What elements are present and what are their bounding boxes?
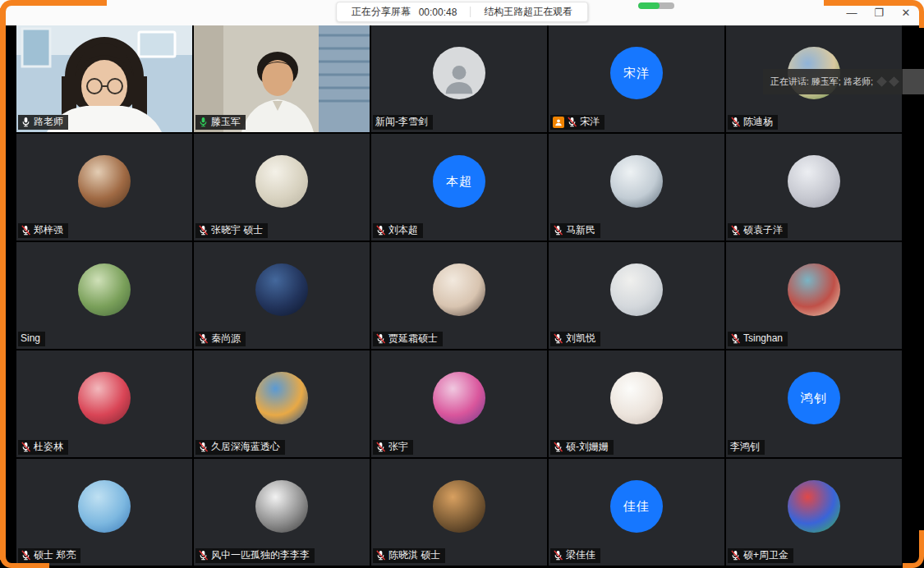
participant-name-label: 新闻-李雪剑	[373, 115, 433, 130]
participant-name-label: 宋洋	[550, 115, 605, 130]
participant-tile[interactable]: 马新民	[549, 134, 724, 240]
participant-avatar	[255, 480, 308, 533]
mic-icon	[198, 225, 209, 236]
mic-icon	[21, 550, 31, 561]
participant-name: Sing	[21, 332, 40, 345]
participant-tile[interactable]: 硕-刘姗姗	[549, 350, 724, 457]
speaking-toast-cap	[903, 69, 924, 94]
participant-avatar	[433, 47, 485, 99]
participant-avatar	[78, 372, 131, 424]
mic-icon	[198, 550, 209, 561]
mic-icon	[375, 442, 386, 452]
participant-tile[interactable]: 路老师	[16, 25, 192, 132]
mic-icon	[730, 333, 741, 344]
participant-avatar	[788, 155, 840, 208]
close-button[interactable]: ✕	[899, 7, 913, 18]
mic-icon	[198, 442, 209, 452]
participant-name-label: 陈晓淇 硕士	[373, 548, 445, 563]
participant-name-label: 李鸿钊	[728, 440, 765, 455]
mic-icon	[375, 550, 386, 561]
participant-avatar	[255, 155, 308, 208]
participant-avatar	[788, 263, 840, 316]
participant-name-label: 硕-刘姗姗	[550, 440, 614, 455]
participant-tile[interactable]: 贾延霜硕士	[371, 242, 547, 349]
minimize-button[interactable]: —	[845, 7, 858, 18]
participant-name: 滕玉军	[211, 116, 241, 128]
participant-tile[interactable]: 张晓宇 硕士	[194, 134, 370, 240]
participant-name: 梁佳佳	[566, 549, 595, 561]
toolbar-divider	[470, 7, 471, 17]
participant-name-label: Tsinghan	[728, 332, 788, 346]
participant-tile[interactable]: 硕+周卫金	[726, 459, 902, 566]
mic-icon	[730, 117, 741, 127]
participant-name: 宋洋	[580, 116, 600, 128]
green-progress-toggle[interactable]	[638, 2, 674, 9]
participant-name-label: 贾延霜硕士	[373, 332, 443, 346]
participant-tile[interactable]: 新闻-李雪剑	[371, 25, 547, 132]
toast-diamond-icon	[876, 76, 887, 87]
participant-avatar	[788, 480, 840, 533]
participant-tile[interactable]: 硕士 郑亮	[16, 459, 192, 566]
participant-name: 秦尚源	[211, 332, 241, 345]
participant-tile[interactable]: 硕袁子洋	[726, 134, 902, 240]
participant-name-label: 硕袁子洋	[728, 223, 788, 238]
mic-icon	[730, 225, 741, 236]
participant-name-label: 滕玉军	[195, 115, 246, 130]
participant-name: 新闻-李雪剑	[375, 116, 428, 128]
participant-tile[interactable]: 陈晓淇 硕士	[371, 459, 547, 566]
participant-name-label: 风中一匹孤独的李李李	[195, 548, 315, 563]
participant-avatar: 佳佳	[610, 480, 663, 533]
participant-tile[interactable]: 杜姿林	[16, 350, 192, 457]
participant-avatar	[610, 372, 663, 424]
participant-tile[interactable]: 风中一匹孤独的李李李	[194, 459, 370, 566]
mic-icon	[198, 117, 209, 127]
sharing-status-label: 正在分享屏幕	[352, 5, 411, 19]
participant-avatar	[255, 263, 308, 316]
participant-name: 张晓宇 硕士	[211, 224, 263, 236]
mic-icon	[198, 333, 209, 344]
participant-avatar	[610, 263, 663, 316]
viewer-status-label: 结构王路超正在观看	[484, 5, 572, 19]
participant-tile[interactable]: 刘凯悦	[549, 242, 724, 349]
speaking-toast-text: 正在讲话: 滕玉军; 路老师;	[770, 76, 873, 88]
participant-tile[interactable]: Tsinghan	[726, 242, 902, 349]
screen-share-toolbar[interactable]: 正在分享屏幕 00:00:48 结构王路超正在观看	[336, 2, 589, 22]
host-badge-icon	[553, 117, 564, 128]
participant-tile[interactable]: 秦尚源	[194, 242, 370, 349]
participant-tile[interactable]: 佳佳 梁佳佳	[549, 459, 724, 566]
toggle-fill	[638, 2, 660, 9]
participant-name: 郑梓强	[34, 224, 63, 236]
toast-diamond-icon	[889, 76, 899, 87]
participant-name-label: 硕+周卫金	[728, 548, 793, 563]
mic-icon	[21, 117, 31, 127]
participant-name: Tsinghan	[743, 332, 783, 345]
restore-button[interactable]: ❐	[872, 7, 885, 18]
speaking-toast-body: 正在讲话: 滕玉军; 路老师;	[763, 69, 903, 94]
participant-tile[interactable]: 郑梓强	[16, 134, 192, 240]
participant-name-label: 刘本超	[373, 223, 423, 238]
participant-tile[interactable]: 鸿钊 李鸿钊	[726, 350, 902, 457]
participant-name: 陈晓淇 硕士	[388, 549, 440, 561]
participant-tile[interactable]: 本超 刘本超	[371, 134, 547, 240]
participant-name-label: 陈迪杨	[728, 115, 778, 130]
participant-name-label: 久居深海蓝透心	[195, 440, 285, 455]
mic-icon	[21, 442, 31, 452]
participant-name: 久居深海蓝透心	[211, 441, 280, 453]
participant-tile[interactable]: 张宇	[371, 350, 547, 457]
participant-tile[interactable]: 滕玉军	[194, 25, 370, 132]
participant-name: 刘凯悦	[566, 332, 595, 345]
participant-tile[interactable]: 久居深海蓝透心	[194, 350, 370, 457]
share-timer: 00:00:48	[419, 7, 457, 18]
mic-icon	[553, 333, 563, 344]
participant-avatar	[78, 155, 131, 208]
participant-name-label: 张宇	[373, 440, 413, 455]
participant-name-label: 刘凯悦	[550, 332, 600, 346]
participant-avatar	[433, 263, 485, 316]
mic-icon	[730, 550, 741, 561]
participant-name-label: 梁佳佳	[550, 548, 600, 563]
participant-avatar	[433, 372, 485, 424]
participant-tile[interactable]: 宋洋 宋洋	[549, 25, 724, 132]
participant-name: 张宇	[388, 441, 408, 453]
participant-name-label: 路老师	[18, 115, 68, 130]
participant-tile[interactable]: Sing	[16, 242, 192, 349]
